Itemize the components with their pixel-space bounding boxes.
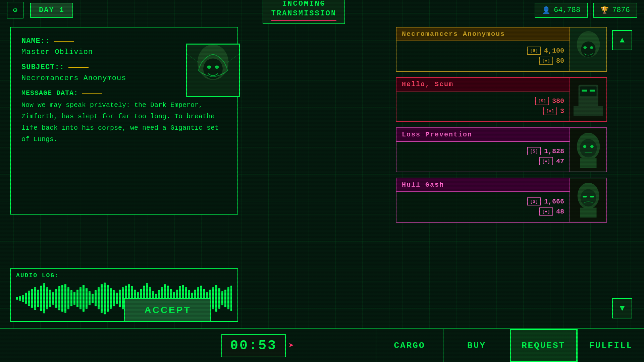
bottom-bar: 00:53 ➤ CARGO BUY REQUEST FULFILL [0, 328, 644, 362]
wave-bar [52, 292, 54, 305]
wave-bar [221, 291, 223, 306]
wave-bar [73, 292, 75, 305]
audio-log-label: AUDIO LOG: [16, 272, 232, 279]
stat-rep-row: [♦] 80 [402, 57, 564, 65]
message-data-section: MESSAGE DATA Now we may speak privately:… [21, 89, 227, 145]
avatar-svg-2 [570, 78, 606, 121]
wave-bar [79, 287, 82, 310]
svg-point-23 [590, 145, 594, 148]
rep-value: 47 [556, 158, 564, 165]
buy-button[interactable]: BUY [443, 329, 510, 362]
settings-button[interactable]: ⚙ [7, 2, 23, 18]
contract-hull-gash-title: Hull Gash [396, 178, 570, 192]
wave-bar [28, 291, 30, 306]
contracts-panel: Necromancers Anonymous [$] 4,100 [♦] 80 [396, 27, 607, 228]
wave-bar [70, 290, 72, 306]
wave-bar [92, 294, 94, 303]
credits-stat: 👤 64,788 [535, 3, 588, 18]
transmission-title-line1: INCOMING [271, 0, 336, 9]
wave-bar [95, 290, 97, 306]
wave-bar [230, 286, 232, 311]
subject-label: SUBJECT: [21, 63, 64, 71]
contract-necromancers[interactable]: Necromancers Anonymous [$] 4,100 [♦] 80 [396, 27, 607, 72]
scroll-controls: ▲ ▼ [610, 27, 634, 322]
wave-bar [67, 287, 69, 310]
avatar-svg [570, 27, 606, 71]
contract-hull-gash[interactable]: Hull Gash [$] 1,666 [♦] 48 [396, 178, 607, 223]
top-right-stats: 👤 64,788 🏆 7876 [535, 3, 637, 18]
contract-necromancers-stats: [$] 4,100 [♦] 80 [396, 44, 570, 67]
subject-underline [68, 67, 89, 68]
wave-bar [43, 283, 45, 313]
svg-point-11 [590, 46, 593, 49]
timer-display: 00:53 [221, 334, 286, 357]
top-bar: ⚙ DAY 1 INCOMING TRANSMISSION 👤 64,788 🏆… [0, 0, 644, 20]
svg-rect-16 [590, 90, 595, 92]
svg-rect-17 [582, 100, 595, 106]
wave-bar [16, 297, 18, 300]
wave-bar [19, 296, 21, 301]
stat-rep-row: [♦] 48 [402, 207, 564, 216]
wave-bar [212, 287, 214, 310]
avatar-svg-4 [570, 178, 606, 222]
fulfill-button[interactable]: FULFILL [577, 329, 644, 362]
rep-icon: 🏆 [600, 6, 609, 14]
wave-bar [58, 286, 60, 310]
svg-rect-30 [590, 196, 594, 197]
wave-bar [40, 286, 42, 311]
svg-point-9 [581, 41, 595, 57]
contract-hello-scum-stats: [$] 380 [♦] 3 [396, 94, 570, 118]
wave-bar [34, 287, 36, 310]
accept-button[interactable]: ACCEPT [124, 298, 211, 322]
credits-value: 64,788 [554, 6, 580, 14]
rep-icon: [♦] [539, 57, 553, 65]
wave-bar [61, 285, 63, 312]
credits-icon: [$] [527, 197, 541, 205]
svg-point-2 [203, 58, 223, 79]
svg-point-3 [207, 66, 211, 69]
avatar-svg-3 [570, 128, 606, 172]
wave-bar [31, 289, 33, 308]
wave-bar [76, 290, 78, 307]
message-body: Now we may speak privately: the Dark Emp… [21, 100, 227, 145]
contract-hello-scum-avatar [570, 78, 606, 121]
credits-icon: [$] [535, 97, 549, 105]
rep-value: 48 [556, 208, 564, 216]
wave-bar [22, 295, 24, 302]
credits-icon: [$] [527, 47, 541, 55]
wave-bar [83, 285, 85, 312]
wave-bar [116, 293, 118, 304]
message-data-underline [82, 93, 102, 94]
wave-bar [107, 285, 109, 312]
contract-loss-prevention[interactable]: Loss Prevention [$] 1,828 [♦] 47 [396, 127, 607, 172]
wave-bar [113, 290, 115, 306]
contract-necromancers-title: Necromancers Anonymous [396, 27, 570, 41]
request-button[interactable]: REQUEST [510, 329, 577, 362]
day-indicator: DAY 1 [30, 3, 73, 18]
contract-hello-scum[interactable]: Hello, Scum [$] 380 [♦] 3 [396, 77, 607, 122]
name-underline [54, 41, 74, 42]
timer-arrow-icon: ➤ [288, 340, 294, 351]
scroll-down-button[interactable]: ▼ [612, 298, 632, 318]
character-portrait-svg [187, 44, 239, 97]
rep-icon: [♦] [539, 157, 553, 165]
cargo-button[interactable]: CARGO [376, 329, 443, 362]
credits-icon: 👤 [542, 6, 550, 14]
wave-bar [104, 283, 106, 314]
stat-credits-row: [$] 4,100 [402, 47, 564, 55]
wave-bar [119, 290, 121, 307]
stat-rep-row: [♦] 47 [402, 157, 564, 165]
wave-bar [224, 290, 226, 307]
wave-bar [55, 289, 57, 308]
wave-bar [49, 290, 51, 307]
svg-point-10 [583, 46, 587, 49]
wave-bar [110, 288, 112, 309]
svg-rect-31 [580, 208, 596, 218]
scroll-up-button[interactable]: ▲ [612, 30, 632, 50]
contract-hull-gash-stats: [$] 1,666 [♦] 48 [396, 195, 570, 218]
stat-credits-row: [$] 1,666 [402, 197, 564, 205]
contract-necromancers-avatar [570, 27, 606, 71]
wave-bar [25, 293, 27, 304]
stat-rep-row: [♦] 3 [402, 107, 564, 115]
svg-rect-15 [582, 90, 587, 92]
